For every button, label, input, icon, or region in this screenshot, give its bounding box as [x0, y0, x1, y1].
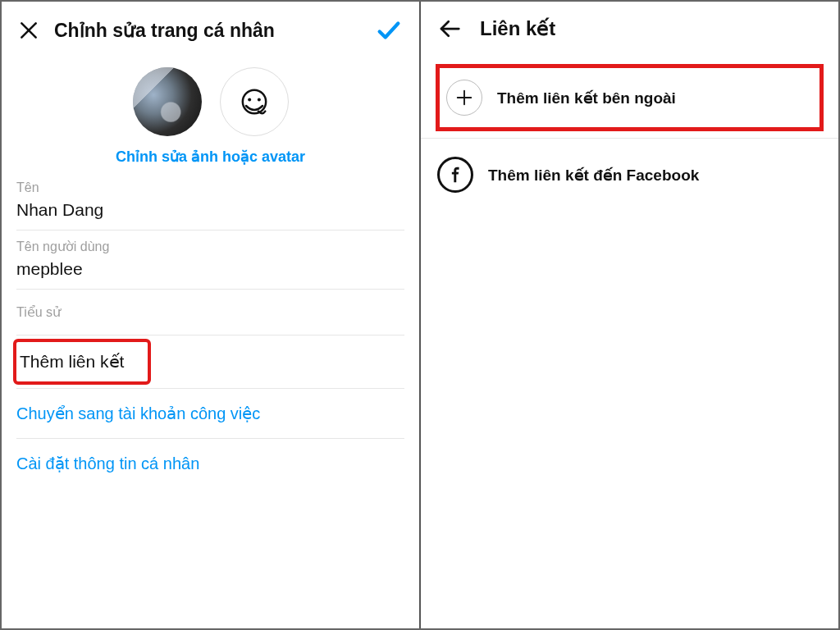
edit-profile-panel: Chỉnh sửa trang cá nhân Chỉnh sửa ảnh ho…	[2, 2, 419, 628]
back-arrow-icon[interactable]	[437, 16, 462, 41]
svg-point-4	[257, 98, 260, 102]
name-label: Tên	[16, 180, 404, 195]
add-facebook-link-row[interactable]: Thêm liên kết đến Facebook	[421, 144, 838, 206]
name-field[interactable]: Nhan Dang	[16, 195, 404, 231]
links-panel: Liên kết Thêm liên kết bên ngoài Thêm li…	[421, 2, 838, 628]
edit-photo-link[interactable]: Chỉnh sửa ảnh hoặc avatar	[2, 148, 419, 166]
svg-point-3	[248, 98, 251, 102]
page-title: Chỉnh sửa trang cá nhân	[54, 20, 360, 42]
username-field[interactable]: mepblee	[16, 254, 404, 290]
bio-field[interactable]	[16, 320, 404, 336]
personal-info-settings-link[interactable]: Cài đặt thông tin cá nhân	[16, 439, 404, 488]
switch-business-account-link[interactable]: Chuyển sang tài khoản công việc	[16, 389, 404, 439]
edit-profile-header: Chỉnh sửa trang cá nhân	[2, 2, 419, 59]
add-link-highlight: Thêm liên kết	[13, 339, 151, 385]
add-external-link-label: Thêm liên kết bên ngoài	[497, 89, 676, 107]
confirm-check-icon[interactable]	[375, 16, 403, 44]
plus-icon	[446, 80, 482, 116]
add-link-row[interactable]: Thêm liên kết	[20, 352, 144, 372]
links-page-title: Liên kết	[480, 17, 555, 40]
add-external-link-row[interactable]: Thêm liên kết bên ngoài	[440, 68, 819, 127]
section-divider	[421, 138, 838, 139]
bio-label: Tiểu sử	[16, 304, 404, 320]
close-icon[interactable]	[18, 20, 39, 41]
links-header: Liên kết	[421, 2, 838, 56]
add-external-link-highlight: Thêm liên kết bên ngoài	[436, 64, 824, 131]
facebook-icon	[437, 157, 473, 193]
profile-picture[interactable]	[133, 67, 202, 136]
avatar-row	[2, 67, 419, 136]
avatar-button[interactable]	[220, 67, 289, 136]
add-facebook-link-label: Thêm liên kết đến Facebook	[488, 166, 699, 185]
username-label: Tên người dùng	[16, 239, 404, 254]
